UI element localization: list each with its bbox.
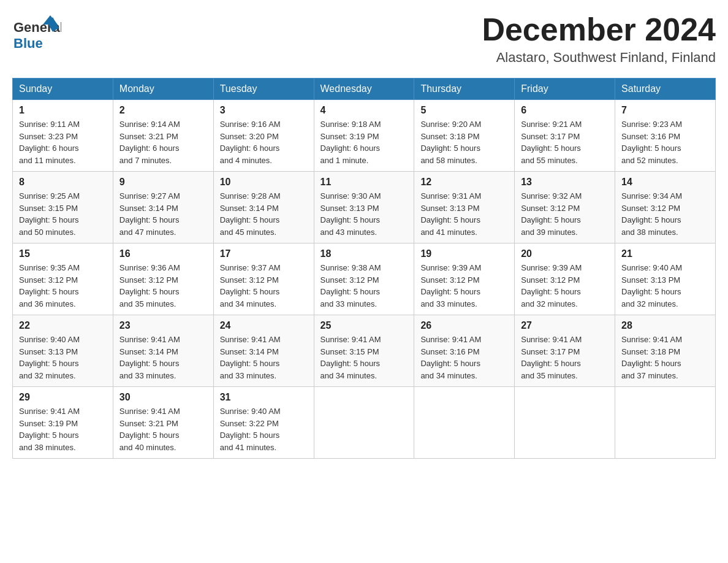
svg-text:Blue: Blue [13, 36, 43, 51]
day-info: Sunrise: 9:40 AMSunset: 3:13 PMDaylight:… [19, 334, 107, 381]
calendar-cell: 6Sunrise: 9:21 AMSunset: 3:17 PMDaylight… [515, 100, 615, 172]
day-info: Sunrise: 9:34 AMSunset: 3:12 PMDaylight:… [621, 190, 709, 238]
day-number: 23 [119, 320, 207, 331]
calendar-cell: 24Sunrise: 9:41 AMSunset: 3:14 PMDayligh… [213, 315, 314, 387]
calendar-cell: 28Sunrise: 9:41 AMSunset: 3:18 PMDayligh… [615, 315, 716, 387]
day-number: 25 [320, 320, 408, 331]
day-info: Sunrise: 9:41 AMSunset: 3:19 PMDaylight:… [19, 405, 107, 453]
header-sunday: Sunday [13, 79, 113, 100]
day-number: 11 [320, 177, 408, 188]
day-info: Sunrise: 9:23 AMSunset: 3:16 PMDaylight:… [621, 118, 709, 166]
calendar-cell: 1Sunrise: 9:11 AMSunset: 3:23 PMDaylight… [13, 100, 113, 172]
day-info: Sunrise: 9:41 AMSunset: 3:17 PMDaylight:… [521, 334, 609, 381]
calendar-cell: 17Sunrise: 9:37 AMSunset: 3:12 PMDayligh… [213, 243, 314, 315]
calendar-cell: 31Sunrise: 9:40 AMSunset: 3:22 PMDayligh… [213, 387, 314, 459]
day-number: 21 [621, 248, 709, 259]
calendar-week-row: 15Sunrise: 9:35 AMSunset: 3:12 PMDayligh… [13, 243, 716, 315]
calendar-table: Sunday Monday Tuesday Wednesday Thursday… [12, 78, 716, 459]
logo-container: General Blue [12, 12, 61, 58]
calendar-cell [515, 387, 615, 459]
calendar-cell: 25Sunrise: 9:41 AMSunset: 3:15 PMDayligh… [314, 315, 414, 387]
day-info: Sunrise: 9:41 AMSunset: 3:21 PMDaylight:… [119, 405, 207, 453]
calendar-week-row: 1Sunrise: 9:11 AMSunset: 3:23 PMDaylight… [13, 100, 716, 172]
day-info: Sunrise: 9:36 AMSunset: 3:12 PMDaylight:… [119, 262, 207, 310]
logo-icon: General Blue [12, 12, 61, 55]
header-tuesday: Tuesday [213, 79, 314, 100]
day-info: Sunrise: 9:41 AMSunset: 3:15 PMDaylight:… [320, 334, 408, 381]
day-number: 14 [621, 177, 709, 188]
month-title: December 2024 [482, 12, 716, 47]
day-number: 3 [220, 105, 308, 116]
calendar-cell: 19Sunrise: 9:39 AMSunset: 3:12 PMDayligh… [414, 243, 515, 315]
title-section: December 2024 Alastaro, Southwest Finlan… [482, 12, 716, 66]
day-number: 27 [521, 320, 609, 331]
day-info: Sunrise: 9:41 AMSunset: 3:14 PMDaylight:… [119, 334, 207, 381]
header-thursday: Thursday [414, 79, 515, 100]
day-info: Sunrise: 9:41 AMSunset: 3:18 PMDaylight:… [621, 334, 709, 381]
day-number: 12 [420, 177, 508, 188]
day-info: Sunrise: 9:31 AMSunset: 3:13 PMDaylight:… [420, 190, 508, 238]
day-info: Sunrise: 9:30 AMSunset: 3:13 PMDaylight:… [320, 190, 408, 238]
day-number: 17 [220, 248, 308, 259]
day-number: 5 [420, 105, 508, 116]
day-number: 10 [220, 177, 308, 188]
day-number: 1 [19, 105, 107, 116]
day-number: 8 [19, 177, 107, 188]
day-number: 9 [119, 177, 207, 188]
calendar-cell: 15Sunrise: 9:35 AMSunset: 3:12 PMDayligh… [13, 243, 113, 315]
calendar-cell: 9Sunrise: 9:27 AMSunset: 3:14 PMDaylight… [113, 172, 213, 243]
calendar-cell: 5Sunrise: 9:20 AMSunset: 3:18 PMDaylight… [414, 100, 515, 172]
calendar-cell: 23Sunrise: 9:41 AMSunset: 3:14 PMDayligh… [113, 315, 213, 387]
calendar-cell: 4Sunrise: 9:18 AMSunset: 3:19 PMDaylight… [314, 100, 414, 172]
calendar-cell: 12Sunrise: 9:31 AMSunset: 3:13 PMDayligh… [414, 172, 515, 243]
day-info: Sunrise: 9:11 AMSunset: 3:23 PMDaylight:… [19, 118, 107, 166]
day-info: Sunrise: 9:40 AMSunset: 3:13 PMDaylight:… [621, 262, 709, 310]
day-number: 6 [521, 105, 609, 116]
day-info: Sunrise: 9:39 AMSunset: 3:12 PMDaylight:… [420, 262, 508, 310]
calendar-cell: 16Sunrise: 9:36 AMSunset: 3:12 PMDayligh… [113, 243, 213, 315]
calendar-cell: 27Sunrise: 9:41 AMSunset: 3:17 PMDayligh… [515, 315, 615, 387]
day-info: Sunrise: 9:39 AMSunset: 3:12 PMDaylight:… [521, 262, 609, 310]
calendar-cell: 21Sunrise: 9:40 AMSunset: 3:13 PMDayligh… [615, 243, 716, 315]
day-number: 19 [420, 248, 508, 259]
day-number: 20 [521, 248, 609, 259]
calendar-cell: 29Sunrise: 9:41 AMSunset: 3:19 PMDayligh… [13, 387, 113, 459]
calendar-cell: 26Sunrise: 9:41 AMSunset: 3:16 PMDayligh… [414, 315, 515, 387]
day-number: 2 [119, 105, 207, 116]
day-number: 18 [320, 248, 408, 259]
day-info: Sunrise: 9:20 AMSunset: 3:18 PMDaylight:… [420, 118, 508, 166]
header-wednesday: Wednesday [314, 79, 414, 100]
day-number: 28 [621, 320, 709, 331]
header-monday: Monday [113, 79, 213, 100]
calendar-cell [314, 387, 414, 459]
calendar-cell: 8Sunrise: 9:25 AMSunset: 3:15 PMDaylight… [13, 172, 113, 243]
day-number: 16 [119, 248, 207, 259]
day-number: 7 [621, 105, 709, 116]
calendar-cell: 22Sunrise: 9:40 AMSunset: 3:13 PMDayligh… [13, 315, 113, 387]
calendar-header-row: Sunday Monday Tuesday Wednesday Thursday… [13, 79, 716, 100]
calendar-cell: 2Sunrise: 9:14 AMSunset: 3:21 PMDaylight… [113, 100, 213, 172]
day-number: 24 [220, 320, 308, 331]
calendar-week-row: 22Sunrise: 9:40 AMSunset: 3:13 PMDayligh… [13, 315, 716, 387]
calendar-cell [615, 387, 716, 459]
header-friday: Friday [515, 79, 615, 100]
day-number: 15 [19, 248, 107, 259]
day-info: Sunrise: 9:27 AMSunset: 3:14 PMDaylight:… [119, 190, 207, 238]
day-info: Sunrise: 9:21 AMSunset: 3:17 PMDaylight:… [521, 118, 609, 166]
day-info: Sunrise: 9:38 AMSunset: 3:12 PMDaylight:… [320, 262, 408, 310]
day-number: 4 [320, 105, 408, 116]
calendar-cell: 14Sunrise: 9:34 AMSunset: 3:12 PMDayligh… [615, 172, 716, 243]
day-info: Sunrise: 9:41 AMSunset: 3:14 PMDaylight:… [220, 334, 308, 381]
calendar-cell: 18Sunrise: 9:38 AMSunset: 3:12 PMDayligh… [314, 243, 414, 315]
calendar-cell: 10Sunrise: 9:28 AMSunset: 3:14 PMDayligh… [213, 172, 314, 243]
day-info: Sunrise: 9:40 AMSunset: 3:22 PMDaylight:… [220, 405, 308, 453]
calendar-week-row: 8Sunrise: 9:25 AMSunset: 3:15 PMDaylight… [13, 172, 716, 243]
calendar-cell: 11Sunrise: 9:30 AMSunset: 3:13 PMDayligh… [314, 172, 414, 243]
day-info: Sunrise: 9:41 AMSunset: 3:16 PMDaylight:… [420, 334, 508, 381]
calendar-cell: 13Sunrise: 9:32 AMSunset: 3:12 PMDayligh… [515, 172, 615, 243]
day-number: 30 [119, 392, 207, 403]
day-info: Sunrise: 9:37 AMSunset: 3:12 PMDaylight:… [220, 262, 308, 310]
day-info: Sunrise: 9:25 AMSunset: 3:15 PMDaylight:… [19, 190, 107, 238]
day-info: Sunrise: 9:28 AMSunset: 3:14 PMDaylight:… [220, 190, 308, 238]
calendar-week-row: 29Sunrise: 9:41 AMSunset: 3:19 PMDayligh… [13, 387, 716, 459]
